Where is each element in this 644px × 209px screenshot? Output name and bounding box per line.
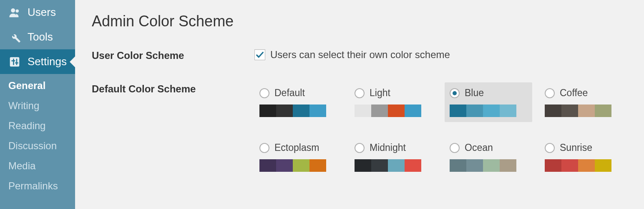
color-swatch — [450, 159, 466, 172]
color-scheme-option[interactable]: Sunrise — [540, 137, 627, 177]
sidebar-sub-reading[interactable]: Reading — [8, 116, 75, 136]
settings-submenu: General Writing Reading Discussion Media… — [0, 74, 75, 204]
color-scheme-radio[interactable] — [450, 143, 460, 153]
user-color-scheme-row: User Color Scheme Users can select their… — [92, 49, 627, 61]
color-scheme-name: Ocean — [465, 142, 493, 153]
color-swatch — [578, 104, 595, 117]
color-scheme-option[interactable]: Coffee — [540, 82, 627, 122]
color-swatches — [355, 104, 421, 117]
color-swatch — [405, 159, 421, 172]
sidebar-item-settings[interactable]: Settings — [0, 49, 75, 74]
sidebar-sub-general[interactable]: General — [8, 76, 75, 96]
color-scheme-name: Ectoplasm — [274, 142, 319, 153]
color-swatch — [388, 159, 405, 172]
color-swatch — [545, 104, 561, 117]
color-scheme-radio[interactable] — [259, 88, 269, 98]
color-swatch — [388, 104, 405, 117]
color-swatch — [466, 159, 483, 172]
color-swatch — [545, 159, 561, 172]
color-swatch — [466, 104, 483, 117]
sidebar-item-label: Settings — [28, 55, 67, 68]
color-scheme-head: Sunrise — [545, 142, 622, 153]
color-swatch — [561, 104, 578, 117]
color-scheme-option[interactable]: Midnight — [350, 137, 437, 177]
color-scheme-option[interactable]: Ocean — [445, 137, 532, 177]
color-swatch — [578, 159, 595, 172]
color-scheme-head: Default — [259, 87, 337, 99]
sidebar-item-users[interactable]: Users — [0, 0, 75, 25]
color-scheme-radio[interactable] — [450, 88, 460, 98]
sidebar-sub-writing[interactable]: Writing — [8, 96, 75, 116]
color-scheme-option[interactable]: Blue — [445, 82, 532, 122]
color-swatches — [355, 159, 421, 172]
color-swatch — [259, 159, 276, 172]
color-scheme-name: Blue — [465, 87, 484, 99]
users-icon — [8, 6, 21, 19]
color-swatch — [293, 159, 309, 172]
page-title: Admin Color Scheme — [92, 13, 627, 30]
color-swatch — [276, 159, 293, 172]
color-swatches — [545, 104, 611, 117]
tools-icon — [8, 31, 21, 43]
color-swatch — [500, 104, 516, 117]
color-scheme-radio[interactable] — [259, 143, 269, 153]
color-swatch — [595, 159, 611, 172]
settings-icon — [8, 56, 21, 68]
color-swatch — [371, 159, 388, 172]
color-swatch — [293, 104, 309, 117]
color-swatch — [561, 159, 578, 172]
color-swatches — [259, 159, 326, 172]
color-swatches — [545, 159, 611, 172]
sidebar-item-label: Users — [28, 6, 56, 19]
color-swatch — [309, 159, 326, 172]
user-color-scheme-label: User Color Scheme — [92, 49, 254, 61]
color-scheme-head: Ocean — [450, 142, 527, 153]
color-swatch — [355, 159, 371, 172]
color-swatch — [500, 159, 516, 172]
color-schemes-grid: DefaultLightBlueCoffeeEctoplasmMidnightO… — [254, 82, 627, 177]
color-scheme-head: Light — [355, 87, 432, 99]
svg-point-1 — [16, 9, 19, 13]
checkbox-text: Users can select their own color scheme — [270, 49, 450, 61]
main-content: Admin Color Scheme User Color Scheme Use… — [75, 0, 644, 209]
color-swatch — [309, 104, 326, 117]
sidebar-item-tools[interactable]: Tools — [0, 25, 75, 49]
color-swatch — [371, 104, 388, 117]
color-scheme-option[interactable]: Ectoplasm — [254, 137, 342, 177]
color-scheme-name: Sunrise — [560, 142, 592, 153]
color-scheme-head: Ectoplasm — [259, 142, 337, 153]
user-color-scheme-checkbox-label[interactable]: Users can select their own color scheme — [254, 49, 627, 61]
color-scheme-name: Light — [370, 87, 390, 99]
user-color-scheme-checkbox[interactable] — [254, 49, 265, 60]
color-scheme-name: Midnight — [370, 142, 406, 153]
color-scheme-name: Default — [274, 87, 305, 99]
color-scheme-option[interactable]: Default — [254, 82, 342, 122]
sidebar-sub-media[interactable]: Media — [8, 156, 75, 176]
color-swatch — [276, 104, 293, 117]
admin-sidebar: Users Tools Settings General Writing Rea… — [0, 0, 75, 209]
color-swatches — [259, 104, 326, 117]
color-swatches — [450, 104, 516, 117]
default-color-scheme-label: Default Color Scheme — [92, 82, 254, 95]
svg-point-0 — [11, 8, 15, 13]
color-scheme-name: Coffee — [560, 87, 588, 99]
color-scheme-radio[interactable] — [545, 143, 555, 153]
color-scheme-radio[interactable] — [545, 88, 555, 98]
color-scheme-radio[interactable] — [355, 143, 365, 153]
color-swatches — [450, 159, 516, 172]
sidebar-item-label: Tools — [28, 31, 53, 43]
svg-rect-2 — [10, 57, 20, 66]
color-scheme-radio[interactable] — [355, 88, 365, 98]
color-scheme-option[interactable]: Light — [350, 82, 437, 122]
sidebar-sub-discussion[interactable]: Discussion — [8, 136, 75, 156]
color-swatch — [483, 104, 500, 117]
color-swatch — [355, 104, 371, 117]
sidebar-sub-permalinks[interactable]: Permalinks — [8, 176, 75, 196]
color-swatch — [450, 104, 466, 117]
color-swatch — [405, 104, 421, 117]
color-scheme-head: Midnight — [355, 142, 432, 153]
color-scheme-head: Blue — [450, 87, 527, 99]
color-swatch — [483, 159, 500, 172]
color-scheme-head: Coffee — [545, 87, 622, 99]
color-swatch — [595, 104, 611, 117]
